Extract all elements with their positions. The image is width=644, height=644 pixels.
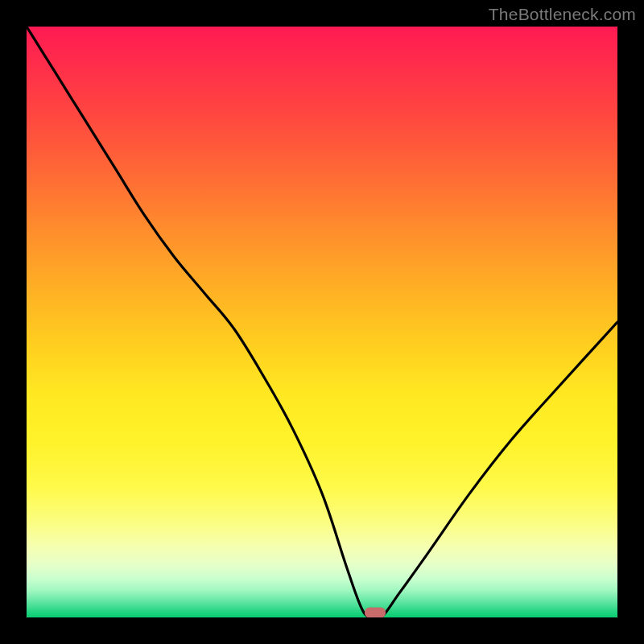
chart-stage: TheBottleneck.com: [0, 0, 644, 644]
optimum-marker: [365, 608, 386, 618]
watermark-text: TheBottleneck.com: [489, 5, 636, 24]
plot-area: [27, 27, 617, 617]
background-gradient: [27, 27, 617, 617]
